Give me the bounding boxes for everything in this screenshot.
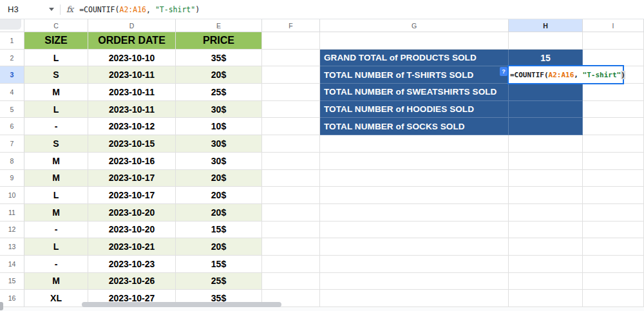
cell-I13[interactable]	[583, 238, 644, 256]
cell-I16[interactable]	[583, 290, 644, 307]
cell-I10[interactable]	[583, 187, 644, 204]
cell-E3[interactable]: 20$	[176, 66, 262, 84]
cell-C14[interactable]: -	[24, 256, 88, 273]
chevron-down-icon[interactable]	[49, 8, 54, 11]
select-all-corner[interactable]	[0, 19, 24, 32]
cell-D6[interactable]: 2023-10-12	[88, 118, 176, 135]
cell-I15[interactable]	[583, 273, 644, 290]
cell-G15[interactable]	[320, 273, 509, 290]
formula-input[interactable]: =COUNTIF(A2:A16, "T-shirt")	[79, 5, 200, 14]
cell-F12[interactable]	[262, 221, 320, 239]
cell-F10[interactable]	[262, 187, 320, 204]
cell-F5[interactable]	[262, 101, 320, 118]
cell-F1[interactable]	[262, 32, 320, 50]
cell-H12[interactable]	[509, 221, 583, 239]
cell-H7[interactable]	[509, 135, 583, 153]
cell-F9[interactable]	[262, 170, 320, 187]
cell-H16[interactable]	[509, 290, 583, 307]
cell-D3[interactable]: 2023-10-11	[88, 66, 176, 84]
cell-I9[interactable]	[583, 170, 644, 187]
cell-E6[interactable]: 10$	[176, 118, 262, 135]
cell-E2[interactable]: 35$	[176, 50, 262, 67]
cell-C11[interactable]: M	[24, 204, 88, 221]
row-header-3[interactable]: 3	[0, 66, 24, 84]
cell-H4[interactable]	[509, 84, 583, 101]
cell-F7[interactable]	[262, 135, 320, 153]
row-header-2[interactable]: 2	[0, 50, 24, 67]
cell-G10[interactable]	[320, 187, 509, 204]
cell-D5[interactable]: 2023-10-11	[88, 101, 176, 118]
cell-G12[interactable]	[320, 221, 509, 239]
cell-F3[interactable]	[262, 66, 320, 84]
cell-G8[interactable]	[320, 153, 509, 170]
cell-G2[interactable]: GRAND TOTAL of PRODUCTS SOLD	[320, 50, 509, 67]
cell-F13[interactable]	[262, 238, 320, 256]
row-header-9[interactable]: 9	[0, 170, 24, 187]
row-header-11[interactable]: 11	[0, 204, 24, 221]
row-header-1[interactable]: 1	[0, 32, 24, 50]
cell-E9[interactable]: 20$	[176, 170, 262, 187]
cell-D1[interactable]: ORDER DATE	[88, 32, 176, 50]
cell-editor[interactable]: =COUNTIF(A2:A16, "T-shirt")	[507, 65, 624, 84]
cell-C7[interactable]: S	[24, 135, 88, 153]
column-header-H[interactable]: H	[509, 19, 583, 32]
cell-C6[interactable]: -	[24, 118, 88, 135]
horizontal-scrollbar-thumb[interactable]	[82, 302, 281, 307]
cell-E5[interactable]: 30$	[176, 101, 262, 118]
cell-I2[interactable]	[583, 50, 644, 67]
cell-H10[interactable]	[509, 187, 583, 204]
cell-G9[interactable]	[320, 170, 509, 187]
column-header-C[interactable]: C	[24, 19, 88, 32]
cell-H6[interactable]	[509, 118, 583, 135]
cell-F6[interactable]	[262, 118, 320, 135]
cell-D13[interactable]: 2023-10-21	[88, 238, 176, 256]
cell-I8[interactable]	[583, 153, 644, 170]
cell-C12[interactable]: -	[24, 221, 88, 239]
cell-E13[interactable]: 20$	[176, 238, 262, 256]
cell-D12[interactable]: 2023-10-20	[88, 221, 176, 239]
cell-G5[interactable]: TOTAL NUMBER of HOODIES SOLD	[320, 101, 509, 118]
cell-E8[interactable]: 30$	[176, 153, 262, 170]
row-header-12[interactable]: 12	[0, 221, 24, 239]
cell-E11[interactable]: 20$	[176, 204, 262, 221]
cell-G4[interactable]: TOTAL NUMBER of SWEATSHIRTS SOLD	[320, 84, 509, 101]
cell-D11[interactable]: 2023-10-20	[88, 204, 176, 221]
cell-E15[interactable]: 25$	[176, 273, 262, 290]
cell-G13[interactable]	[320, 238, 509, 256]
cell-E10[interactable]: 20$	[176, 187, 262, 204]
cell-C9[interactable]: M	[24, 170, 88, 187]
cell-I7[interactable]	[583, 135, 644, 153]
cell-D9[interactable]: 2023-10-17	[88, 170, 176, 187]
cell-I1[interactable]	[583, 32, 644, 50]
cell-E4[interactable]: 25$	[176, 84, 262, 101]
name-box[interactable]: H3	[0, 5, 55, 14]
cell-C5[interactable]: L	[24, 101, 88, 118]
formula-help-icon[interactable]: ?	[500, 67, 507, 76]
cell-D8[interactable]: 2023-10-16	[88, 153, 176, 170]
cell-C1[interactable]: SIZE	[24, 32, 88, 50]
cell-H8[interactable]	[509, 153, 583, 170]
cell-G3[interactable]: TOTAL NUMBER of T-SHIRTS SOLD	[320, 66, 509, 84]
cell-G11[interactable]	[320, 204, 509, 221]
column-header-I[interactable]: I	[583, 19, 644, 32]
cell-G7[interactable]	[320, 135, 509, 153]
cell-E7[interactable]: 30$	[176, 135, 262, 153]
row-header-14[interactable]: 14	[0, 256, 24, 273]
cell-F15[interactable]	[262, 273, 320, 290]
row-header-16[interactable]: 16	[0, 290, 24, 307]
cell-I14[interactable]	[583, 256, 644, 273]
cell-C13[interactable]: L	[24, 238, 88, 256]
cell-H11[interactable]	[509, 204, 583, 221]
cell-C8[interactable]: M	[24, 153, 88, 170]
cell-H1[interactable]	[509, 32, 583, 50]
cell-D14[interactable]: 2023-10-23	[88, 256, 176, 273]
cell-I11[interactable]	[583, 204, 644, 221]
cell-I5[interactable]	[583, 101, 644, 118]
row-header-7[interactable]: 7	[0, 135, 24, 153]
cell-C10[interactable]: L	[24, 187, 88, 204]
cell-I6[interactable]	[583, 118, 644, 135]
cell-H13[interactable]	[509, 238, 583, 256]
cell-H5[interactable]	[509, 101, 583, 118]
column-header-F[interactable]: F	[262, 19, 320, 32]
row-header-8[interactable]: 8	[0, 153, 24, 170]
